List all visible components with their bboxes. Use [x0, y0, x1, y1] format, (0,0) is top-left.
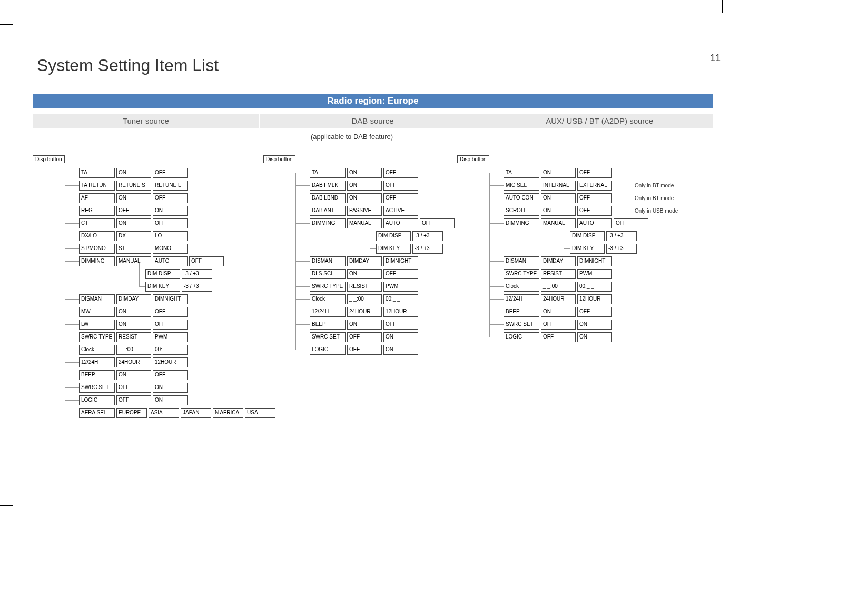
setting-label: AUTO CON — [504, 193, 539, 203]
setting-label: BEEP — [310, 320, 346, 330]
setting-label: LOGIC — [79, 395, 115, 405]
setting-label: BEEP — [79, 370, 115, 380]
setting-row: DISMANDIMDAYDIMNIGHT — [79, 294, 277, 304]
disp-button: Disp button — [33, 155, 65, 163]
setting-label: DISMAN — [310, 256, 346, 266]
sub-setting-label: DIM DISP — [145, 269, 180, 279]
setting-row: MWONOFF — [79, 307, 277, 317]
sub-setting-option: -3 / +3 — [182, 269, 212, 279]
sub-setting-option: -3 / +3 — [412, 244, 443, 254]
sub-setting-label: DIM KEY — [376, 244, 411, 254]
setting-row: LWONOFF — [79, 320, 277, 330]
setting-option: AUTO — [153, 256, 188, 266]
setting-option: OFF — [541, 320, 576, 330]
setting-option: ON — [541, 168, 576, 178]
setting-option: MANUAL — [116, 256, 151, 266]
setting-option: MANUAL — [347, 218, 382, 228]
column-dab: Disp buttonTAONOFFDAB FMLKONOFFDAB LBNDO… — [263, 154, 456, 355]
setting-option: MONO — [153, 244, 188, 254]
setting-option: AUTO — [577, 218, 612, 228]
setting-row: LOGICOFFON — [310, 345, 456, 355]
region-header: Radio region: Europe — [33, 94, 713, 108]
setting-option: DIMNIGHT — [153, 294, 188, 304]
setting-label: DAB LBND — [310, 193, 346, 203]
setting-row: Clock_ _:0000:_ _ — [504, 282, 678, 292]
setting-row: SWRC SETOFFON — [310, 332, 456, 342]
sub-setting-label: DIM DISP — [376, 231, 411, 241]
setting-row: BEEPONOFF — [504, 307, 678, 317]
setting-label: AERA SEL — [79, 408, 115, 418]
setting-label: 12/24H — [310, 307, 346, 317]
setting-row: LOGICOFFON — [79, 395, 277, 405]
setting-option: ON — [347, 168, 382, 178]
setting-label: TA — [310, 168, 346, 178]
aside-note: Only in BT mode — [635, 195, 674, 201]
setting-option: OFF — [541, 332, 576, 342]
setting-option: RESIST — [347, 282, 382, 292]
aside-note: Only in BT mode — [635, 183, 674, 188]
setting-option: OFF — [189, 256, 224, 266]
setting-row: DAB ANTPASSIVEACTIVE — [310, 206, 456, 216]
setting-option: OFF — [383, 193, 418, 203]
crop-mark — [722, 0, 723, 13]
setting-option: OFF — [116, 383, 151, 393]
setting-option: OFF — [577, 193, 612, 203]
subhead-row: Tuner source DAB source AUX/ USB / BT (A… — [33, 114, 713, 128]
setting-option: ON — [383, 345, 418, 355]
setting-option: AUTO — [383, 218, 418, 228]
setting-option: ON — [116, 370, 151, 380]
setting-option: DIMDAY — [116, 294, 151, 304]
setting-option: ON — [347, 269, 382, 279]
setting-label: LOGIC — [504, 332, 539, 342]
setting-row: TAONOFF — [504, 168, 678, 178]
setting-label: DAB ANT — [310, 206, 346, 216]
setting-option: OFF — [347, 332, 382, 342]
setting-label: REG — [79, 206, 115, 216]
setting-option: 12HOUR — [153, 357, 188, 367]
setting-option: RETUNE S — [116, 181, 151, 191]
setting-option: OFF — [153, 320, 188, 330]
dab-note: (applicable to DAB feature) — [311, 133, 393, 141]
setting-option: ON — [116, 168, 151, 178]
setting-option: ON — [153, 395, 188, 405]
setting-row: DAB FMLKONOFF — [310, 181, 456, 191]
setting-option: 00:_ _ — [383, 294, 418, 304]
setting-label: LW — [79, 320, 115, 330]
setting-label: SWRC SET — [504, 320, 539, 330]
setting-option: OFF — [153, 370, 188, 380]
setting-row: ST/MONOSTMONO — [79, 244, 277, 254]
setting-option: 24HOUR — [116, 357, 151, 367]
setting-row: 12/24H24HOUR12HOUR — [310, 307, 456, 317]
setting-option: 00:_ _ — [153, 345, 188, 355]
setting-label: MW — [79, 307, 115, 317]
setting-label: SCROLL — [504, 206, 539, 216]
setting-option: ON — [116, 218, 151, 228]
setting-row: AERA SELEUROPEASIAJAPANN AFRICAUSA — [79, 408, 277, 418]
setting-option: ON — [347, 320, 382, 330]
setting-label: Clock — [310, 294, 346, 304]
setting-row: 12/24H24HOUR12HOUR — [79, 357, 277, 367]
setting-option: OFF — [116, 395, 151, 405]
setting-option: 00:_ _ — [577, 282, 612, 292]
setting-label: AF — [79, 193, 115, 203]
setting-option: 24HOUR — [347, 307, 382, 317]
setting-option: ON — [116, 320, 151, 330]
setting-label: DISMAN — [79, 294, 115, 304]
setting-row: TAONOFF — [310, 168, 456, 178]
setting-option: OFF — [153, 193, 188, 203]
setting-label: TA — [79, 168, 115, 178]
column-tuner: Disp buttonTAONOFFTA RETUNRETUNE SRETUNE… — [33, 154, 277, 418]
subhead-tuner: Tuner source — [33, 114, 260, 128]
setting-option: OFF — [577, 307, 612, 317]
setting-option: OFF — [383, 181, 418, 191]
setting-option: OFF — [383, 269, 418, 279]
setting-row: LOGICOFFON — [504, 332, 678, 342]
setting-row: TA RETUNRETUNE SRETUNE L — [79, 181, 277, 191]
setting-label: BEEP — [504, 307, 539, 317]
setting-option: EXTERNAL — [577, 181, 612, 191]
setting-option: _ _:00 — [541, 282, 576, 292]
setting-row: BEEPONOFF — [79, 370, 277, 380]
setting-label: SWRC TYPE — [79, 332, 115, 342]
sub-setting-label: DIM KEY — [570, 244, 605, 254]
setting-label: TA — [504, 168, 539, 178]
